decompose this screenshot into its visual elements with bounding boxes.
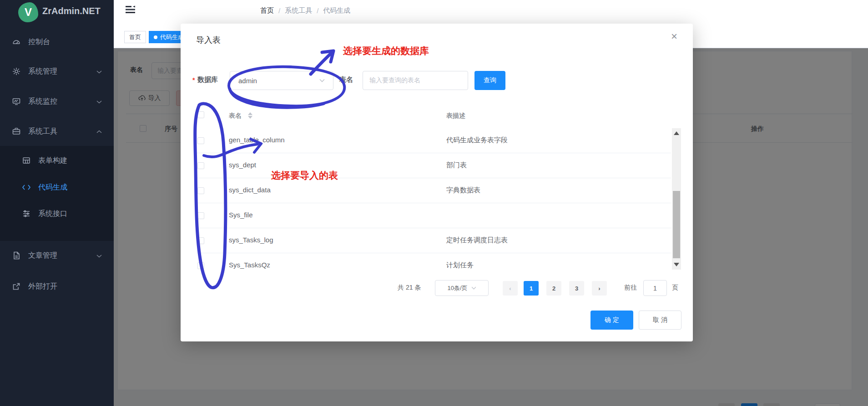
chevron-down-icon (471, 286, 476, 290)
sidebar-item-label: 文章管理 (28, 251, 57, 261)
pagination-jump-input[interactable]: 1 (643, 280, 667, 296)
database-label: 数据库 (197, 75, 218, 84)
pagination-page-1[interactable]: 1 (524, 281, 539, 296)
sidebar: V ZrAdmin.NET 控制台 系统管理 系统监控 (0, 0, 114, 406)
sidebar-item-dashboard[interactable]: 控制台 (0, 33, 114, 51)
sidebar-item-label: 表单构建 (38, 156, 67, 165)
row-checkbox[interactable] (197, 262, 204, 269)
breadcrumb-separator: / (317, 7, 318, 15)
pagination-total: 共 21 条 (398, 284, 421, 292)
sidebar-item-label: 系统工具 (28, 127, 57, 136)
tab-label: 首页 (129, 33, 141, 41)
breadcrumb-home[interactable]: 首页 (260, 6, 274, 15)
scrollbar-thumb[interactable] (673, 191, 680, 258)
sidebar-item-system-manage[interactable]: 系统管理 (0, 62, 114, 80)
logo-row[interactable]: V ZrAdmin.NET (0, 0, 114, 25)
app-window: V ZrAdmin.NET 控制台 系统管理 系统监控 (0, 0, 868, 406)
sidebar-item-label: 控制台 (28, 37, 50, 47)
pagination-prev-button[interactable]: ‹ (503, 281, 518, 296)
active-dot-icon (154, 35, 157, 39)
breadcrumb: 首页 / 系统工具 / 代码生成 (260, 6, 350, 15)
sidebar-item-label: 系统监控 (28, 97, 57, 106)
confirm-button[interactable]: 确 定 (590, 311, 633, 330)
chevron-down-icon (319, 79, 325, 82)
sidebar-item-label: 外部打开 (28, 282, 57, 291)
pagination-page-suffix: 页 (672, 284, 678, 292)
query-button[interactable]: 查询 (474, 71, 505, 90)
monitor-icon (12, 97, 21, 106)
row-checkbox[interactable] (197, 187, 204, 194)
cell-table-name: sys_Tasks_log (229, 236, 273, 244)
sidebar-item-label: 代码生成 (38, 183, 67, 192)
tab-home[interactable]: 首页 (124, 31, 146, 43)
cell-table-name: Sys_file (229, 211, 253, 219)
breadcrumb-separator: / (278, 7, 280, 15)
table-row[interactable]: Sys_file (196, 203, 671, 228)
sidebar-item-system-tools[interactable]: 系统工具 (0, 122, 114, 140)
sort-icon[interactable] (248, 112, 252, 119)
select-all-checkbox[interactable] (197, 111, 204, 118)
required-asterisk: * (192, 76, 195, 84)
sliders-icon (22, 209, 31, 218)
column-table-name[interactable]: 表名 (229, 112, 242, 120)
chevron-down-icon (96, 67, 102, 75)
chevron-up-icon (96, 127, 102, 135)
cancel-button[interactable]: 取 消 (639, 311, 681, 330)
close-icon[interactable]: × (671, 31, 677, 42)
sidebar-subitem-system-api[interactable]: 系统接口 (0, 205, 114, 223)
dialog-table-header: 表名 表描述 (196, 105, 679, 128)
row-checkbox[interactable] (197, 137, 204, 144)
column-label: 表名 (229, 112, 242, 119)
sidebar-subitem-form-builder[interactable]: 表单构建 (0, 151, 114, 170)
sidebar-subitem-code-generation[interactable]: 代码生成 (0, 178, 114, 196)
sidebar-item-label: 系统管理 (28, 67, 57, 76)
table-row[interactable]: sys_Tasks_log 定时任务调度日志表 (196, 228, 671, 253)
pagination-page-2[interactable]: 2 (546, 281, 561, 296)
cell-table-name: sys_dept (229, 161, 256, 169)
table-row[interactable]: sys_dept 部门表 (196, 153, 671, 178)
row-checkbox[interactable] (197, 237, 204, 244)
import-table-dialog: 导入表 × * 数据库 admin 表名 输入要查询的表名 查询 表名 表描述 … (181, 24, 693, 341)
table-scrollbar[interactable] (672, 128, 681, 270)
code-icon (22, 183, 31, 192)
cell-table-description: 部门表 (446, 161, 467, 170)
sidebar-item-system-monitor[interactable]: 系统监控 (0, 92, 114, 110)
breadcrumb-code-generation[interactable]: 代码生成 (323, 6, 350, 15)
table-row[interactable]: sys_dict_data 字典数据表 (196, 178, 671, 203)
external-link-icon (12, 282, 21, 291)
collapse-menu-icon[interactable] (126, 5, 136, 15)
breadcrumb-system-tools[interactable]: 系统工具 (285, 6, 312, 15)
cell-table-description: 代码生成业务表字段 (446, 136, 508, 145)
database-select[interactable]: admin (230, 71, 333, 90)
row-checkbox[interactable] (197, 212, 204, 219)
dashboard-icon (12, 37, 21, 46)
pagination-page-3[interactable]: 3 (569, 281, 584, 296)
column-table-description: 表描述 (446, 112, 465, 120)
table-row[interactable]: gen_table_column 代码生成业务表字段 (196, 128, 671, 153)
table-name-label: 表名 (339, 75, 353, 84)
chevron-down-icon (96, 97, 102, 105)
pagination-goto-label: 前往 (624, 284, 637, 292)
page-size-select[interactable]: 10条/页 (435, 280, 489, 296)
app-logo-icon: V (18, 2, 38, 22)
sidebar-item-label: 系统接口 (38, 209, 67, 219)
cell-table-name: sys_dict_data (229, 186, 271, 194)
app-title: ZrAdmin.NET (42, 6, 101, 16)
row-checkbox[interactable] (197, 162, 204, 169)
sidebar-item-external-open[interactable]: 外部打开 (0, 277, 114, 296)
toolbox-icon (12, 127, 21, 136)
pagination-next-button[interactable]: › (592, 281, 607, 296)
form-grid-icon (22, 156, 31, 165)
sidebar-item-article-manage[interactable]: 文章管理 (0, 246, 114, 265)
database-select-value: admin (238, 77, 257, 85)
cell-table-description: 计划任务 (446, 261, 474, 270)
page-size-value: 10条/页 (447, 284, 467, 292)
scroll-up-icon[interactable] (674, 131, 679, 135)
cell-table-description: 字典数据表 (446, 186, 480, 195)
cell-table-name: Sys_TasksQz (229, 261, 270, 269)
dialog-table-body: gen_table_column 代码生成业务表字段 sys_dept 部门表 … (196, 128, 679, 270)
table-name-input[interactable]: 输入要查询的表名 (363, 71, 468, 90)
dialog-title: 导入表 (196, 35, 221, 45)
table-row[interactable]: Sys_TasksQz 计划任务 (196, 253, 671, 270)
scroll-down-icon[interactable] (674, 263, 679, 266)
